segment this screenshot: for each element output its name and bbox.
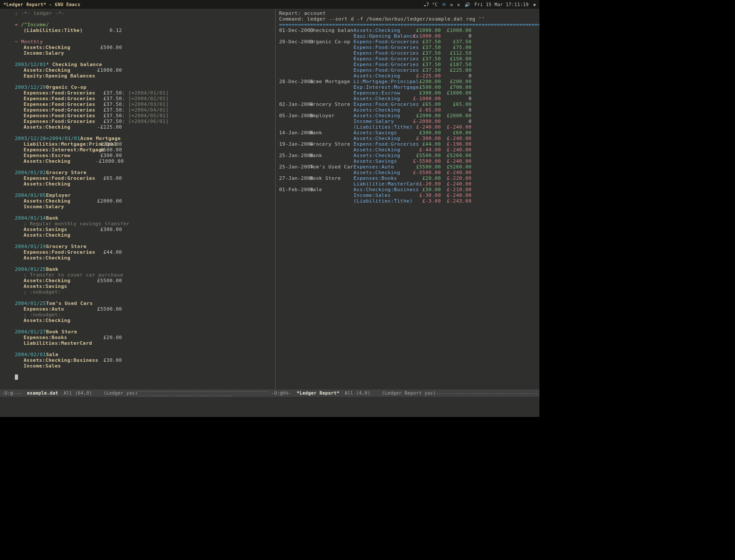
register-row[interactable]: Income:Salary£-2000.000 bbox=[279, 119, 536, 124]
txn-header[interactable]: 2004/01/05 Employer bbox=[15, 192, 272, 198]
register-row[interactable]: Expens:Food:Groceries£37.50£75.00 bbox=[279, 45, 536, 50]
posting-line[interactable]: Income:Sales bbox=[15, 363, 272, 369]
mail-icon[interactable]: ✉ bbox=[450, 2, 453, 7]
txn-header[interactable]: 2004/02/01 Sale bbox=[15, 352, 272, 357]
register-row[interactable]: Assets:Checking£-1000.000 bbox=[279, 96, 536, 102]
txn-header[interactable]: 2004/01/27 Book Store bbox=[15, 329, 272, 335]
modeline-left[interactable]: -U:@--- example.dat All (64,0) (Ledger y… bbox=[0, 389, 270, 397]
txn-header[interactable]: 2004/01/25 Tom's Used Cars bbox=[15, 301, 272, 306]
txn-header[interactable]: 2004/01/02 Grocery Store bbox=[15, 170, 272, 175]
register-row[interactable]: Liabilitie:MasterCard£-20.00£-240.00 bbox=[279, 181, 536, 187]
posting-line[interactable]: Expenses:Food:Groceries£37.50 ; [=2004/0… bbox=[15, 119, 272, 124]
posting-line[interactable]: Assets:Savings bbox=[15, 284, 272, 289]
register-row[interactable]: 01-Dec-2003Checking balanceAssets:Checki… bbox=[279, 28, 536, 33]
account-name: Expenses:Auto bbox=[24, 306, 96, 312]
posting-line[interactable]: Assets:Checking-£225.00 bbox=[15, 124, 272, 130]
register-row[interactable]: Assets:Checking£-44.00£-240.00 bbox=[279, 147, 536, 153]
refresh-icon[interactable]: ⟳ bbox=[442, 2, 446, 7]
amount: £44.00 bbox=[96, 249, 122, 255]
txn-header[interactable]: 2003/12/28=2004/01/01 Acme Mortgage bbox=[15, 136, 272, 141]
account-name: Expenses:Food:Groceries bbox=[24, 175, 96, 181]
weather-widget[interactable]: ☁ 7 °C bbox=[424, 2, 438, 7]
posting-line[interactable]: Assets:Checking£500.00 bbox=[15, 45, 272, 50]
posting-line[interactable]: Assets:Checking bbox=[15, 318, 272, 323]
posting-line[interactable]: Assets:Checking bbox=[15, 255, 272, 261]
posting-line[interactable]: Expenses:Food:Groceries£37.50 ; [=2004/0… bbox=[15, 96, 272, 102]
posting-line[interactable]: Expenses:Food:Groceries£65.00 bbox=[15, 175, 272, 181]
ledger-source-pane[interactable]: ; -*- ledger -*-= /^Income/(Liabilities:… bbox=[0, 9, 276, 389]
periodic-head[interactable]: ~ Monthly bbox=[15, 39, 272, 45]
register-row[interactable]: Assets:Checking£-300.00£-240.00 bbox=[279, 136, 536, 141]
posting-line[interactable]: Expenses:Interest:Mortgage£500.00 bbox=[15, 147, 272, 153]
register-row[interactable]: Assets:Checking£-5500.00£-240.00 bbox=[279, 170, 536, 175]
posting-line[interactable]: Assets:Checking£2000.00 bbox=[15, 198, 272, 204]
register-row[interactable]: Expens:Food:Groceries£37.50£112.50 bbox=[279, 50, 536, 56]
clock-text[interactable]: Fri 15 Mar 17:11:19 bbox=[475, 2, 529, 7]
posting-line[interactable]: Assets:Checking£1000.00 bbox=[15, 67, 272, 73]
register-row[interactable]: Expenses:Escrow£300.00£1000.00 bbox=[279, 90, 536, 96]
posting-line[interactable]: Equity:Opening Balances bbox=[15, 73, 272, 79]
register-row[interactable]: 25-Jan-2004Tom's Used CarsExpenses:Auto£… bbox=[279, 164, 536, 170]
register-row[interactable]: 25-Jan-2004BankAssets:Checking£5500.00£5… bbox=[279, 153, 536, 158]
txn-header[interactable]: 2004/01/25 Bank bbox=[15, 266, 272, 272]
register-row[interactable]: 14-Jan-2004BankAssets:Savings£300.00£60.… bbox=[279, 130, 536, 136]
posting-line[interactable]: Liabilities:Mortgage:Principal£200.00 bbox=[15, 141, 272, 147]
posting-line[interactable]: Assets:Checking-£1000.00 bbox=[15, 158, 272, 164]
reg-date bbox=[279, 119, 310, 124]
posting-line[interactable]: Expenses:Food:Groceries£37.50 ; [=2004/0… bbox=[15, 102, 272, 107]
reg-account: Li:Mortgage:Principal bbox=[354, 79, 410, 84]
posting-line[interactable]: Expenses:Food:Groceries£37.50 ; [=2004/0… bbox=[15, 113, 272, 119]
register-row[interactable]: 05-Jan-2004EmployerAssets:Checking£2000.… bbox=[279, 113, 536, 119]
posting-line[interactable]: Income:Salary bbox=[15, 50, 272, 56]
reg-account: Income:Sales bbox=[354, 192, 410, 198]
posting-line[interactable]: Assets:Checking£5500.00 bbox=[15, 278, 272, 284]
register-row[interactable]: 01-Feb-2004SaleAss:Checking:Business£30.… bbox=[279, 187, 536, 192]
settings-icon[interactable]: ✱ bbox=[533, 2, 536, 7]
register-row[interactable]: 28-Dec-2003Acme MortgageLi:Mortgage:Prin… bbox=[279, 79, 536, 84]
posting-line[interactable]: Expenses:Auto£5500.00 bbox=[15, 306, 272, 312]
posting-line[interactable]: Assets:Checking:Business£30.00 bbox=[15, 357, 272, 363]
network-icon[interactable]: ⇅ bbox=[458, 2, 461, 7]
txn-header[interactable]: 2003/12/01 * Checking balance bbox=[15, 62, 272, 67]
register-row[interactable]: 02-Jan-2004Grocery StoreExpens:Food:Groc… bbox=[279, 102, 536, 107]
reg-date: 25-Jan-2004 bbox=[279, 164, 310, 170]
posting-line[interactable]: Expenses:Food:Groceries£37.50 ; [=2004/0… bbox=[15, 107, 272, 113]
posting-line[interactable]: Expenses:Food:Groceries£44.00 bbox=[15, 249, 272, 255]
register-row[interactable]: 27-Jan-2004Book StoreExpenses:Books£20.0… bbox=[279, 175, 536, 181]
posting-line[interactable]: (Liabilities:Tithe)0.12 bbox=[15, 28, 272, 33]
auto-rule-head[interactable]: = /^Income/ bbox=[15, 22, 272, 28]
minibuffer[interactable] bbox=[0, 397, 539, 406]
register-row[interactable]: Assets:Savings£-5500.00£-240.00 bbox=[279, 158, 536, 164]
modeline-right[interactable]: -U:@%%- *Ledger Report* All (4,0) (Ledge… bbox=[270, 389, 540, 397]
txn-header[interactable]: 2004/01/14 Bank bbox=[15, 215, 272, 221]
posting-line[interactable]: Assets:Checking bbox=[15, 181, 272, 187]
register-row[interactable]: Assets:Checking£-225.000 bbox=[279, 73, 536, 79]
posting-line[interactable]: Liabilities:MasterCard bbox=[15, 340, 272, 346]
register-row[interactable]: Expens:Food:Groceries£37.50£187.50 bbox=[279, 62, 536, 67]
posting-line[interactable]: Expenses:Food:Groceries£37.50 ; [=2004/0… bbox=[15, 90, 272, 96]
register-row[interactable]: 19-Jan-2004Grocery StoreExpens:Food:Groc… bbox=[279, 141, 536, 147]
register-row[interactable]: Equi:Opening Balances£-1000.000 bbox=[279, 33, 536, 39]
register-row[interactable]: 20-Dec-2003Organic Co-opExpens:Food:Groc… bbox=[279, 39, 536, 45]
register-row[interactable]: (Liabilities:Tithe)£-240.00£-240.00 bbox=[279, 124, 536, 130]
posting-line[interactable]: Expenses:Escrow£300.00 bbox=[15, 153, 272, 158]
posting-line[interactable]: Assets:Checking bbox=[15, 232, 272, 238]
register-row[interactable]: Income:Sales£-30.00£-240.00 bbox=[279, 192, 536, 198]
register-row[interactable]: Expens:Food:Groceries£37.50£225.00 bbox=[279, 67, 536, 73]
ledger-report-pane[interactable]: Report: accountCommand: ledger --sort d … bbox=[276, 9, 539, 389]
txn-header[interactable]: 2004/01/19 Grocery Store bbox=[15, 244, 272, 249]
posting-line[interactable]: Income:Salary bbox=[15, 204, 272, 210]
register-row[interactable]: (Liabilities:Tithe)£-3.60£-243.60 bbox=[279, 198, 536, 204]
amount: -£225.00 bbox=[96, 124, 122, 130]
txn-header[interactable]: 2003/12/20 Organic Co-op bbox=[15, 84, 272, 90]
account-name: Expenses:Food:Groceries bbox=[24, 90, 96, 96]
posting-line[interactable]: Expenses:Books£20.00 bbox=[15, 335, 272, 340]
posting-line[interactable]: Assets:Savings£300.00 bbox=[15, 227, 272, 232]
register-row[interactable]: Exp:Interest:Mortgage£500.00£700.00 bbox=[279, 84, 536, 90]
register-row[interactable]: Expens:Food:Groceries£37.50£150.00 bbox=[279, 56, 536, 62]
reg-account: Expenses:Auto bbox=[354, 164, 410, 170]
volume-icon[interactable]: 🔊 bbox=[465, 2, 470, 7]
file-mode-comment: ; -*- ledger -*- bbox=[15, 10, 272, 16]
register-row[interactable]: Assets:Checking£-65.000 bbox=[279, 107, 536, 113]
modeline-state: -U:@%%- bbox=[272, 391, 292, 396]
